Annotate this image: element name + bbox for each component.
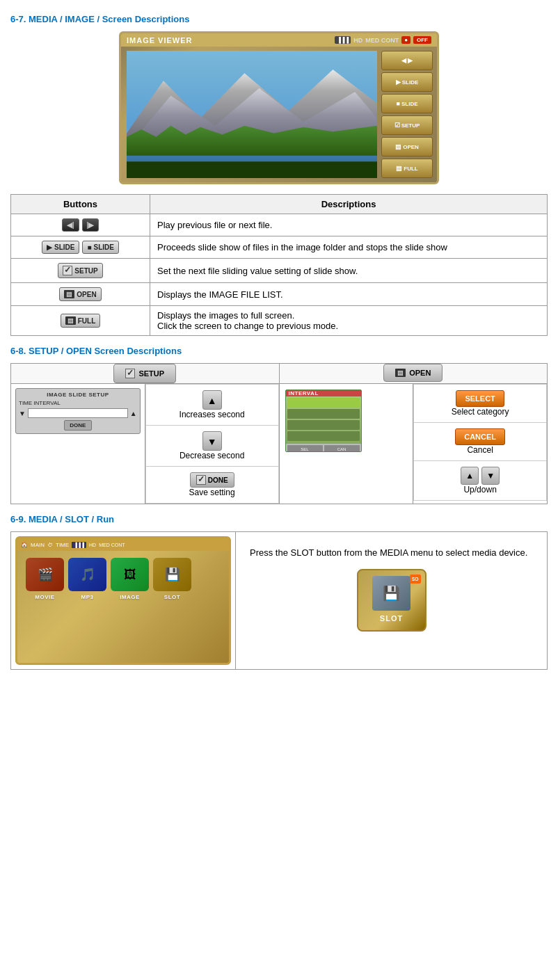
full-filmstrip-icon: ▤	[65, 316, 76, 325]
setup-checkbox-icon	[125, 369, 135, 378]
image-viewer-container: IMAGE VIEWER ▐▐▐ HD MED CONT ● OFF	[10, 31, 548, 184]
col-descriptions: Descriptions	[150, 195, 548, 214]
open-list-item-4[interactable]	[287, 431, 360, 441]
media-slot-row: 🏠 MAIN ⏱ TIME ▐▐▐ HD MED CONT 🎬 MOVIE	[11, 532, 548, 670]
decrease-arrow-btn[interactable]: ▼	[202, 431, 222, 451]
slot-main-label: SLOT	[380, 613, 403, 625]
setup-btn-label: SETUP	[138, 369, 164, 378]
increases-arrow-btn[interactable]: ▲	[202, 390, 222, 410]
slot-icon-item[interactable]: 💾 SLOT	[153, 558, 191, 600]
mp3-label: MP3	[81, 594, 94, 600]
image-viewer-mock: IMAGE VIEWER ▐▐▐ HD MED CONT ● OFF	[119, 31, 439, 184]
slide-btn-sim-group: ▶ SLIDE ■ SLIDE	[18, 241, 143, 254]
done-mock-btn[interactable]: DONE	[64, 420, 92, 431]
cancel-cell: CANCEL Cancel	[414, 423, 547, 461]
mp3-icon-item[interactable]: 🎵 MP3	[68, 558, 106, 600]
slide-play-btn-sim: ▶ SLIDE	[42, 241, 79, 254]
section-67-title: 6-7. MEDIA / IMAGE / Screen Descriptions	[10, 14, 548, 24]
btn-cell-full: ▤ FULL	[11, 306, 150, 336]
setup-check-icon: ☑	[394, 122, 400, 129]
full-desc1: Displays the images to full screen.	[157, 310, 540, 321]
media-icons-grid: 🎬 MOVIE 🎵 MP3 🖼 IMAGE 💾	[17, 551, 229, 607]
landscape-svg	[127, 51, 377, 178]
media-slot-table: 🏠 MAIN ⏱ TIME ▐▐▐ HD MED CONT 🎬 MOVIE	[10, 531, 548, 670]
setup-btn-large[interactable]: SETUP	[113, 364, 176, 383]
updown-cell: ▲ ▼ Up/down	[414, 461, 547, 501]
setup-header-cell: SETUP	[11, 364, 280, 384]
setup-btn-iv[interactable]: ☑ SETUP	[381, 115, 433, 135]
open-list-item-3[interactable]	[287, 420, 360, 430]
select-row: SELECT Select category	[414, 385, 547, 423]
desc-cell-setup: Set the next file sliding value setting …	[150, 259, 548, 283]
next-icon: ▶	[408, 57, 413, 64]
setup-controls-inner-table: ▲ Increases second ▼ Decrease second	[145, 384, 279, 504]
mp3-icon: 🎵	[68, 558, 106, 591]
slot-icon-img: 💾	[153, 558, 191, 591]
main-label: MAIN	[31, 542, 45, 548]
decrease-label: Decrease second	[180, 451, 244, 460]
slot-badge: SD	[410, 575, 421, 584]
slide-stop-btn[interactable]: ■ SLIDE	[381, 94, 433, 113]
section-69: 6-9. MEDIA / SLOT / Run 🏠 MAIN ⏱ TIME ▐▐…	[10, 514, 548, 670]
play-triangle-icon: ▶	[47, 243, 52, 251]
filmstrip-icon: ▤	[64, 290, 74, 298]
desc-cell-open: Displays the IMAGE FILE LIST.	[150, 283, 548, 306]
full-btn-iv[interactable]: ▤ FULL	[381, 159, 433, 178]
full-btn-sim-group: ▤ FULL	[18, 314, 143, 328]
time-field	[28, 408, 128, 418]
btn-cell-setup: SETUP	[11, 259, 150, 283]
iv-title: IMAGE VIEWER	[127, 36, 193, 45]
down-btn[interactable]: ▼	[481, 467, 500, 485]
btn-cell-slide: ▶ SLIDE ■ SLIDE	[11, 236, 150, 259]
section-69-title: 6-9. MEDIA / SLOT / Run	[10, 514, 548, 524]
setup-mock-time-row: TIME INTERVAL	[19, 400, 137, 406]
open-filmstrip-icon: ▤	[395, 369, 406, 377]
setup-section: SETUP ▤ OPEN IMAGE SLIDE SETUP	[10, 363, 548, 504]
battery-mock-icon: ▐▐▐	[72, 542, 86, 548]
save-done-btn[interactable]: DONE	[190, 472, 234, 488]
section-68-title: 6-8. SETUP / OPEN Screen Descriptions	[10, 346, 548, 356]
setup-mock-field-row: ▼ ▲	[19, 408, 137, 418]
open-btn-iv[interactable]: ▤ OPEN	[381, 137, 433, 156]
open-btn-sim: ▤ OPEN	[59, 287, 101, 301]
select-btn[interactable]: SELECT	[456, 390, 504, 407]
table-row: SETUP Set the next file sliding value se…	[11, 259, 548, 283]
slide-stop-icon: ■	[397, 100, 400, 107]
setup-mock-cell: IMAGE SLIDE SETUP TIME INTERVAL ▼ ▲ DONE	[11, 384, 145, 504]
updown-btn-group: ▲ ▼	[461, 467, 500, 485]
open-list-item-2[interactable]	[287, 409, 360, 419]
section-68: 6-8. SETUP / OPEN Screen Descriptions SE…	[10, 346, 548, 504]
up-arrow-icon[interactable]: ▲	[130, 410, 137, 417]
desc-cell-full: Displays the images to full screen. Clic…	[150, 306, 548, 336]
movie-icon: 🎬	[26, 558, 64, 591]
table-row: ◀| |▶ Play previous file or next file.	[11, 214, 548, 236]
movie-icon-item[interactable]: 🎬 MOVIE	[26, 558, 64, 600]
updown-label: Up/down	[463, 485, 496, 495]
up-btn[interactable]: ▲	[461, 467, 479, 485]
decrease-cell: ▼ Decrease second	[145, 426, 278, 467]
cancel-btn[interactable]: CANCEL	[455, 428, 505, 445]
prev-next-btn-sim-group: ◀| |▶	[18, 218, 143, 232]
save-label: Save setting	[189, 488, 235, 497]
media-mock: 🏠 MAIN ⏱ TIME ▐▐▐ HD MED CONT 🎬 MOVIE	[15, 536, 231, 665]
open-controls-table: SELECT Select category CANCEL Cancel	[413, 384, 547, 501]
updown-row: ▲ ▼ Up/down	[414, 461, 547, 501]
full-btn-sim: ▤ FULL	[61, 314, 101, 328]
battery-icon: ▐▐▐	[335, 36, 351, 44]
open-mock-topbar: INTERVAL	[286, 390, 361, 396]
full-film-icon: ▤	[396, 165, 402, 172]
hd-label: HD	[353, 37, 362, 44]
slide-label: SLIDE	[402, 79, 419, 86]
slide-play-icon: ▶	[396, 79, 401, 86]
image-icon-item[interactable]: 🖼 IMAGE	[111, 558, 149, 600]
open-mock: INTERVAL SEL CAN	[285, 389, 362, 452]
down-arrow-icon[interactable]: ▼	[19, 410, 26, 417]
open-select-mini-btn[interactable]: SEL	[287, 445, 323, 452]
slide-btn[interactable]: ▶ SLIDE	[381, 72, 433, 92]
open-btn-large[interactable]: ▤ OPEN	[383, 364, 443, 382]
iv-screen	[127, 51, 377, 178]
open-btn-label: OPEN	[409, 369, 431, 377]
prev-next-btn[interactable]: ◀ ▶	[381, 51, 433, 70]
open-list-item-1[interactable]	[287, 398, 360, 408]
open-cancel-mini-btn[interactable]: CAN	[324, 445, 360, 452]
